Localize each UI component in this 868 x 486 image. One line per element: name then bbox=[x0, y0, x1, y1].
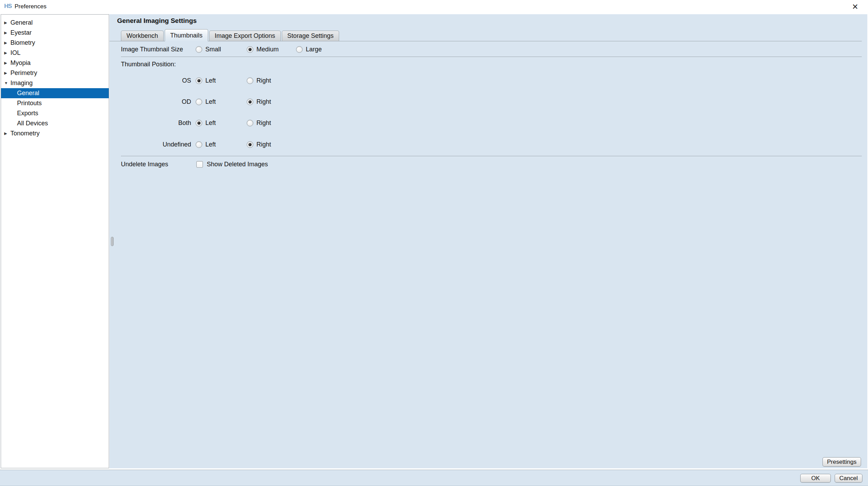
sidebar-item-imaging-general[interactable]: General bbox=[1, 88, 109, 98]
radio-os-right-label[interactable]: Right bbox=[256, 77, 271, 84]
window-title: Preferences bbox=[15, 3, 47, 10]
chevron-down-icon[interactable]: ▼ bbox=[4, 78, 10, 88]
sidebar-item-imaging[interactable]: ▼ Imaging bbox=[1, 78, 109, 88]
app-logo-icon: HS bbox=[4, 3, 12, 10]
sidebar-item-imaging-exports[interactable]: Exports bbox=[1, 108, 109, 118]
radio-os-left[interactable] bbox=[196, 77, 202, 84]
radio-undefined-right[interactable] bbox=[247, 141, 253, 148]
chevron-right-icon[interactable]: ▶ bbox=[4, 28, 10, 38]
sidebar-item-general[interactable]: ▶ General bbox=[1, 18, 109, 28]
settings-tree-sidebar: ▶ General ▶ Eyestar ▶ Biometry ▶ IOL ▶ M… bbox=[1, 14, 109, 468]
sidebar-item-myopia[interactable]: ▶ Myopia bbox=[1, 58, 109, 68]
sidebar-item-tonometry[interactable]: ▶ Tonometry bbox=[1, 128, 109, 139]
show-deleted-images-checkbox[interactable] bbox=[196, 161, 203, 168]
radio-od-left-label[interactable]: Left bbox=[205, 98, 216, 106]
image-thumbnail-size-label: Image Thumbnail Size bbox=[121, 46, 183, 53]
radio-undefined-left[interactable] bbox=[196, 141, 202, 148]
radio-both-left[interactable] bbox=[196, 120, 202, 126]
chevron-right-icon[interactable]: ▶ bbox=[4, 68, 10, 78]
sidebar-item-imaging-all-devices[interactable]: All Devices bbox=[1, 118, 109, 128]
sidebar-item-label[interactable]: General bbox=[17, 88, 39, 98]
settings-panel: General Imaging Settings Workbench Thumb… bbox=[109, 14, 867, 468]
sidebar-item-label[interactable]: IOL bbox=[10, 48, 21, 58]
cancel-button[interactable]: Cancel bbox=[835, 474, 862, 483]
position-row-od-label: OD bbox=[121, 98, 191, 106]
show-deleted-images-checkbox-label[interactable]: Show Deleted Images bbox=[207, 161, 268, 168]
title-bar: HS Preferences ✕ bbox=[0, 0, 868, 14]
sidebar-item-label[interactable]: Eyestar bbox=[10, 28, 32, 38]
settings-tab-bar: Workbench Thumbnails Image Export Option… bbox=[109, 29, 862, 41]
radio-size-small[interactable] bbox=[196, 46, 202, 53]
radio-od-right[interactable] bbox=[247, 99, 253, 105]
chevron-right-icon[interactable]: ▶ bbox=[4, 18, 10, 28]
radio-os-right[interactable] bbox=[247, 77, 253, 84]
page-title: General Imaging Settings bbox=[117, 17, 197, 25]
radio-size-medium[interactable] bbox=[247, 46, 253, 53]
radio-size-large-label[interactable]: Large bbox=[306, 46, 322, 53]
undelete-images-label: Undelete Images bbox=[121, 161, 168, 168]
sidebar-item-label[interactable]: Biometry bbox=[10, 38, 35, 48]
radio-both-right[interactable] bbox=[247, 120, 253, 126]
close-icon[interactable]: ✕ bbox=[850, 2, 860, 12]
radio-od-right-label[interactable]: Right bbox=[256, 98, 271, 106]
position-row-os-label: OS bbox=[121, 77, 191, 84]
position-row-both-label: Both bbox=[121, 119, 191, 127]
sidebar-item-label[interactable]: All Devices bbox=[17, 118, 48, 128]
thumbnail-position-label: Thumbnail Position: bbox=[121, 61, 176, 68]
sidebar-item-label[interactable]: Tonometry bbox=[10, 128, 40, 139]
dialog-footer: OK Cancel bbox=[0, 470, 868, 486]
preferences-dialog: HS Preferences ✕ ▶ General ▶ Eyestar ▶ B… bbox=[0, 0, 868, 486]
sidebar-item-perimetry[interactable]: ▶ Perimetry bbox=[1, 68, 109, 78]
sidebar-item-eyestar[interactable]: ▶ Eyestar bbox=[1, 28, 109, 38]
radio-size-small-label[interactable]: Small bbox=[205, 46, 221, 53]
ok-button[interactable]: OK bbox=[800, 474, 831, 483]
sidebar-item-label[interactable]: General bbox=[10, 18, 33, 28]
sidebar-item-label[interactable]: Myopia bbox=[10, 58, 31, 68]
separator bbox=[121, 57, 862, 57]
tab-thumbnails[interactable]: Thumbnails bbox=[165, 29, 208, 41]
chevron-right-icon[interactable]: ▶ bbox=[4, 58, 10, 68]
radio-both-left-label[interactable]: Left bbox=[205, 119, 216, 127]
sidebar-item-imaging-printouts[interactable]: Printouts bbox=[1, 98, 109, 108]
sidebar-item-biometry[interactable]: ▶ Biometry bbox=[1, 38, 109, 48]
radio-size-medium-label[interactable]: Medium bbox=[256, 46, 279, 53]
sidebar-item-label[interactable]: Imaging bbox=[10, 78, 33, 88]
tab-image-export-options[interactable]: Image Export Options bbox=[209, 31, 281, 41]
position-row-undefined-label: Undefined bbox=[121, 141, 191, 148]
radio-os-left-label[interactable]: Left bbox=[205, 77, 216, 84]
chevron-right-icon[interactable]: ▶ bbox=[4, 128, 10, 139]
sidebar-item-label[interactable]: Printouts bbox=[17, 98, 42, 108]
tab-storage-settings[interactable]: Storage Settings bbox=[282, 31, 339, 41]
radio-undefined-right-label[interactable]: Right bbox=[256, 141, 271, 148]
sidebar-item-iol[interactable]: ▶ IOL bbox=[1, 48, 109, 58]
radio-both-right-label[interactable]: Right bbox=[256, 119, 271, 127]
sidebar-item-label[interactable]: Exports bbox=[17, 108, 38, 118]
sidebar-item-label[interactable]: Perimetry bbox=[10, 68, 37, 78]
radio-size-large[interactable] bbox=[296, 46, 303, 53]
sidebar-splitter-handle[interactable] bbox=[111, 237, 114, 246]
radio-undefined-left-label[interactable]: Left bbox=[205, 141, 216, 148]
tab-workbench[interactable]: Workbench bbox=[121, 31, 164, 41]
separator bbox=[121, 156, 862, 156]
radio-od-left[interactable] bbox=[196, 99, 202, 105]
chevron-right-icon[interactable]: ▶ bbox=[4, 38, 10, 48]
presettings-button[interactable]: Presettings bbox=[822, 457, 861, 467]
chevron-right-icon[interactable]: ▶ bbox=[4, 48, 10, 58]
